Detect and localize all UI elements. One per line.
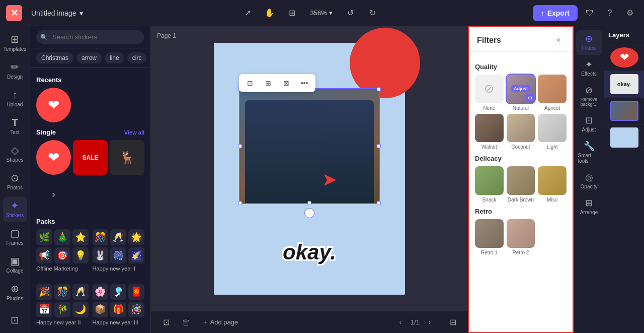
mini-grid-btn[interactable]: ⊞ <box>261 76 275 90</box>
pack-thumb[interactable]: 🌟 <box>128 229 144 245</box>
canvas[interactable]: ↻ ⊡ ⊞ ⊠ ••• okay. <box>214 43 405 295</box>
pack-thumb[interactable]: 🎊 <box>54 284 70 300</box>
prev-page-btn[interactable]: ‹ <box>394 316 407 328</box>
next-page-btn[interactable]: › <box>424 316 436 328</box>
tool-opacity[interactable]: ◎ Opacity <box>576 169 602 193</box>
pack-thumb[interactable]: 🎁 <box>110 302 126 318</box>
pack-thumb[interactable]: 🎆 <box>110 247 126 263</box>
layer-heart[interactable]: ❤ <box>604 44 644 71</box>
file-menu[interactable]: Untitled image ▾ <box>26 6 88 20</box>
pack-thumb[interactable]: 🌙 <box>72 302 89 318</box>
mini-crop-btn[interactable]: ⊡ <box>243 76 257 90</box>
sidebar-item-stickers[interactable]: ✦ Stickers <box>3 196 27 222</box>
undo-btn[interactable]: ↺ <box>343 5 359 21</box>
tag-line[interactable]: line <box>105 52 124 63</box>
pack-thumb[interactable]: 🐰 <box>93 247 109 263</box>
left-sidebar: ⊞ Templates ✏ Design ↑ Upload T Text ◇ S… <box>0 26 30 333</box>
single-sticker-deer[interactable]: 🦌 <box>110 140 144 175</box>
tool-adjust[interactable]: ⊡ Adjust <box>576 112 602 137</box>
pack-thumb[interactable]: 🌠 <box>128 247 144 263</box>
help-icon-btn[interactable]: ? <box>602 5 618 21</box>
filters-close-btn[interactable]: × <box>552 34 565 46</box>
tag-arrow[interactable]: arrow <box>76 52 102 63</box>
tool-effects[interactable]: ✦ Effects <box>576 56 602 81</box>
single-sticker-next[interactable]: › <box>36 177 71 212</box>
pack-thumb[interactable]: 📢 <box>36 247 52 263</box>
tool-remove-bg[interactable]: ⊘ Remove backgr... <box>576 82 602 111</box>
select-tool-btn[interactable]: ↗ <box>239 5 256 21</box>
pack-thumb[interactable]: 🥂 <box>72 284 89 300</box>
sidebar-item-plugins[interactable]: ⊕ Plugins <box>3 280 27 305</box>
rotate-handle[interactable]: ↻ <box>304 208 314 218</box>
single-sticker-heart[interactable]: ❤ <box>36 140 71 175</box>
delete-page-btn[interactable]: 🗑 <box>179 315 193 329</box>
shield-icon-btn[interactable]: 🛡 <box>582 5 598 21</box>
filter-snack[interactable]: Snack <box>475 166 504 203</box>
sidebar-item-shapes[interactable]: ◇ Shapes <box>3 141 27 167</box>
tag-christmas[interactable]: Christmas <box>36 52 73 63</box>
single-sticker-sale[interactable]: SALE <box>73 140 108 175</box>
filter-retro2[interactable]: Retro 2 <box>507 219 535 255</box>
filter-label-walnut: Walnut <box>481 144 497 150</box>
pack-thumb[interactable]: 📅 <box>36 302 52 318</box>
add-page-button[interactable]: + Add page <box>199 316 242 328</box>
tool-filters[interactable]: ⊛ Filters <box>576 30 602 55</box>
sidebar-item-photos[interactable]: ⊙ Photos <box>3 169 27 194</box>
view-all-btn[interactable]: View all <box>124 129 144 136</box>
filter-retro1[interactable]: Retro 1 <box>475 219 504 255</box>
sidebar-item-text[interactable]: T Text <box>3 113 27 139</box>
redo-btn[interactable]: ↻ <box>365 5 381 21</box>
pack-thumb[interactable]: 🎉 <box>36 284 52 300</box>
sidebar-item-frames[interactable]: ▢ Frames <box>3 224 27 250</box>
pack-thumb[interactable]: 🧧 <box>128 284 144 300</box>
filter-coconut[interactable]: Coconut <box>507 114 535 150</box>
layer-photo[interactable] <box>604 98 644 124</box>
sidebar-item-templates[interactable]: ⊞ Templates <box>3 30 27 56</box>
canvas-container[interactable]: ↻ ⊡ ⊞ ⊠ ••• okay. <box>151 26 468 311</box>
layer-bg[interactable] <box>604 124 644 151</box>
pack-thumb[interactable]: 🎊 <box>93 229 109 245</box>
filter-darkbrown[interactable]: Dark Brown <box>507 166 535 203</box>
layer-okay[interactable]: okay. <box>604 71 644 98</box>
app-logo[interactable]: ✕ <box>6 5 22 21</box>
pack-thumb[interactable]: 🎯 <box>54 247 70 263</box>
filter-miso[interactable]: Miso <box>538 166 567 203</box>
view-tool-btn[interactable]: ⊞ <box>284 5 300 21</box>
mini-mask-btn[interactable]: ⊠ <box>279 76 293 90</box>
sidebar-item-collage[interactable]: ▣ Collage <box>3 252 27 278</box>
pack-thumb[interactable]: 💡 <box>72 247 89 263</box>
pack-happy-new-year-2: 🎉 🎊 🥂 📅 🎋 🌙 Happy new year II <box>36 284 89 326</box>
pack-thumb[interactable]: 🌿 <box>36 229 52 245</box>
filter-light[interactable]: Light <box>538 114 567 150</box>
hand-tool-btn[interactable]: ✋ <box>262 5 278 21</box>
tag-circ[interactable]: circ <box>127 52 147 63</box>
tool-arrange[interactable]: ⊞ Arrange <box>576 194 602 219</box>
sidebar-item-upload[interactable]: ↑ Upload <box>3 86 27 111</box>
filter-walnut[interactable]: Walnut <box>475 114 504 150</box>
layer-thumb-okay: okay. <box>610 74 638 94</box>
pack-thumb[interactable]: 🌸 <box>93 284 109 300</box>
mini-more-btn[interactable]: ••• <box>297 76 311 90</box>
sidebar-item-design[interactable]: ✏ Design <box>3 58 27 84</box>
pack-thumb[interactable]: 🎄 <box>54 229 70 245</box>
canvas-text[interactable]: okay. <box>283 240 336 264</box>
settings-icon-btn[interactable]: ⚙ <box>622 5 638 21</box>
pack-thumb[interactable]: 🎐 <box>110 284 126 300</box>
search-input[interactable] <box>36 30 144 44</box>
pack-thumb[interactable]: ⭐ <box>72 229 89 245</box>
page-settings-btn[interactable]: ⊡ <box>159 315 173 329</box>
recent-sticker-heart[interactable]: ❤ <box>36 88 71 122</box>
filter-natural[interactable]: Adjust ⚙ Natural <box>507 75 535 111</box>
filter-none[interactable]: ⊘ None <box>475 75 504 111</box>
export-button[interactable]: ↑ Export <box>533 5 578 21</box>
fullscreen-btn[interactable]: ⊟ <box>446 315 460 329</box>
filter-apricot[interactable]: Apricot <box>538 75 567 111</box>
pack-thumb[interactable]: 🥂 <box>110 229 126 245</box>
sidebar-item-bottom[interactable]: ⊡ <box>3 311 27 329</box>
pack-thumb[interactable]: 🪅 <box>128 302 144 318</box>
zoom-control[interactable]: 356% ▾ <box>306 7 336 19</box>
canvas-photo[interactable] <box>239 88 380 204</box>
tool-smart[interactable]: 🔧 Smart tools <box>576 138 602 168</box>
pack-thumb[interactable]: 📦 <box>93 302 109 318</box>
pack-thumb[interactable]: 🎋 <box>54 302 70 318</box>
